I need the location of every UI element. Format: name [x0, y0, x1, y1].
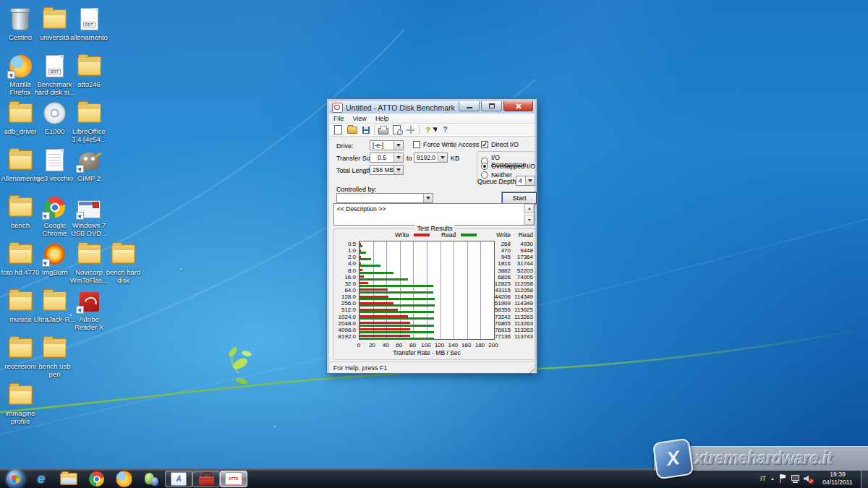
scroll-down-icon[interactable] — [524, 215, 534, 225]
desktop-icon-novicorp-wintoflas[interactable]: Novicorp WinToFlas... — [72, 241, 106, 284]
legend-write-swatch — [414, 234, 430, 236]
description-box[interactable]: << Description >> — [333, 203, 535, 226]
desktop-icon-atto246[interactable]: atto246 — [72, 53, 106, 88]
x-axis-tick: 80 — [409, 342, 416, 348]
start-button[interactable]: Start — [502, 192, 537, 204]
kb-label: KB — [451, 155, 459, 162]
drive-label: Drive: — [336, 142, 354, 150]
show-desktop-button[interactable] — [861, 469, 868, 488]
desktop-icon-foto-hd-4770[interactable]: foto hd 4770 — [3, 241, 38, 276]
about-button[interactable]: ? — [421, 124, 435, 135]
new-button[interactable] — [331, 124, 345, 135]
atto-disk-benchmark-window: Untitled - ATTO Disk Benchmark File View… — [327, 99, 537, 373]
taskbar-firefox[interactable] — [110, 470, 137, 487]
x-axis-tick: 100 — [421, 342, 430, 348]
folder-icon — [4, 288, 36, 314]
transfer-from-select[interactable]: 0.5 — [370, 153, 404, 163]
close-button[interactable] — [503, 101, 533, 111]
queue-depth-select[interactable]: 4 — [516, 176, 535, 186]
maximize-button[interactable] — [481, 101, 502, 111]
dropdown-arrow-icon[interactable] — [393, 166, 403, 174]
desktop-icon-recensioni[interactable]: recensioni — [3, 335, 38, 370]
desktop-icon-gimp-2[interactable]: GIMP 2 — [72, 147, 106, 182]
force-write-access-row: Force Write Access — [413, 141, 479, 148]
desktop-icon-bench[interactable]: bench — [3, 194, 38, 229]
taskbar-google-chrome[interactable] — [82, 470, 110, 487]
dropdown-arrow-icon[interactable] — [525, 176, 535, 185]
write-values-column: 2684709451816388268261282543115442065190… — [483, 241, 511, 340]
taskbar-internet-explorer[interactable]: e — [27, 470, 55, 487]
firefox-icon — [4, 53, 36, 80]
menu-help[interactable]: Help — [371, 115, 393, 122]
action-center-flag-icon[interactable] — [779, 474, 786, 483]
force-write-access-checkbox[interactable] — [413, 141, 420, 148]
desktop-icon-label: bench hard disk — [103, 268, 145, 284]
taskbar-windows-explorer[interactable] — [55, 470, 82, 487]
desktop-icon-universit[interactable]: università — [38, 6, 72, 41]
scroll-up-icon[interactable] — [524, 204, 534, 213]
chart-category-label: 1.0 — [336, 247, 357, 254]
direct-io-checkbox[interactable]: ✓ — [481, 141, 488, 148]
desktop-icon-immagine-profilo[interactable]: immagine profilo — [3, 382, 38, 425]
folder-icon — [73, 100, 105, 127]
transfer-from-value: 0.5 — [370, 153, 393, 162]
desktop-icon-windows-7-usb-dvd[interactable]: Windows 7 USB DVD... — [72, 194, 106, 237]
transfer-to-value: 8192.0 — [414, 153, 438, 162]
save-button[interactable] — [359, 124, 373, 135]
read-values-column: 4930944817364317445220374005112058112058… — [511, 241, 533, 340]
controlled-by-select[interactable] — [336, 193, 433, 203]
desktop-icon-adb-driver[interactable]: adb_driver — [3, 100, 38, 135]
overlapped-io-radio[interactable] — [481, 163, 488, 170]
taskbar-toolbox-app[interactable] — [192, 471, 220, 487]
menu-file[interactable]: File — [329, 115, 349, 122]
menu-view[interactable]: View — [349, 115, 371, 122]
taskbar-atto-benchmark[interactable]: ATTO — [220, 471, 247, 487]
hidden-icons-arrow-icon[interactable]: ▲ — [770, 476, 775, 481]
drive-select[interactable]: [-e-] — [370, 140, 404, 150]
total-length-select[interactable]: 256 MB — [370, 165, 404, 175]
desktop-icon-benchmark-hard-disk-si[interactable]: ODTBenchmark hard disk si... — [38, 53, 72, 96]
desktop-icon-ultrajack-r[interactable]: UltraJack-R... — [38, 288, 72, 323]
minimize-button[interactable] — [459, 101, 480, 111]
pan-button[interactable] — [404, 124, 417, 135]
read-bar — [359, 338, 434, 340]
desktop-icon-musica[interactable]: musica — [3, 288, 38, 323]
taskbar-items: eAATTO — [0, 469, 247, 488]
network-icon[interactable] — [791, 475, 799, 483]
transfer-to-select[interactable]: 8192.0 — [414, 153, 448, 163]
window-titlebar[interactable]: Untitled - ATTO Disk Benchmark — [329, 101, 535, 114]
volume-muted-icon[interactable] — [804, 475, 813, 483]
desktop-icon-libreoffice-3-4-4e54[interactable]: LibreOffice 3.4 (4e54... — [72, 100, 106, 143]
print-preview-button[interactable] — [390, 124, 404, 135]
desktop-icon-imgburn[interactable]: ImgBurn — [38, 241, 72, 276]
desktop-icon-mozilla-firefox[interactable]: Mozilla Firefox — [3, 53, 38, 96]
print-button[interactable] — [376, 124, 390, 135]
resize-grip[interactable] — [526, 364, 535, 373]
context-help-button[interactable]: ? — [435, 124, 452, 135]
taskbar-start[interactable] — [3, 470, 27, 487]
open-button[interactable] — [345, 124, 359, 135]
desktop-icon-bench-usb-pen[interactable]: bench usb pen — [38, 335, 72, 378]
description-scrollbar[interactable] — [524, 204, 534, 225]
desktop-icon-bench-hard-disk[interactable]: bench hard disk — [106, 241, 141, 284]
language-indicator[interactable]: IT — [760, 475, 766, 482]
dropdown-arrow-icon[interactable] — [393, 153, 403, 162]
dropdown-arrow-icon[interactable] — [393, 141, 403, 150]
taskbar-writer-window[interactable]: A — [165, 471, 192, 487]
desktop-icon-adobe-reader-x[interactable]: Adobe Reader X — [72, 288, 106, 331]
chart-category-label: 512.0 — [336, 307, 357, 313]
desktop-icon-allenamento[interactable]: ODTallenamento — [72, 6, 106, 41]
chart-row — [359, 288, 494, 294]
desktop-icon-google-chrome[interactable]: Google Chrome — [38, 194, 72, 237]
desktop-icon-ge3-vecchio[interactable]: ge3 vecchio — [38, 147, 72, 182]
dropdown-arrow-icon[interactable] — [423, 194, 433, 202]
desktop-icon-e1000[interactable]: E1000 — [38, 100, 72, 135]
desktop-icon-cestino[interactable]: Cestino — [3, 6, 38, 41]
dropdown-arrow-icon[interactable] — [438, 153, 447, 162]
write-value: 76805 — [483, 320, 511, 327]
window-title: Untitled - ATTO Disk Benchmark — [346, 103, 457, 112]
clock[interactable]: 19:39 04/11/2011 — [817, 471, 858, 487]
read-bar — [359, 317, 434, 320]
desktop-icon-allenamento[interactable]: Allenamento — [3, 147, 38, 182]
taskbar-live-messenger[interactable] — [137, 470, 165, 487]
